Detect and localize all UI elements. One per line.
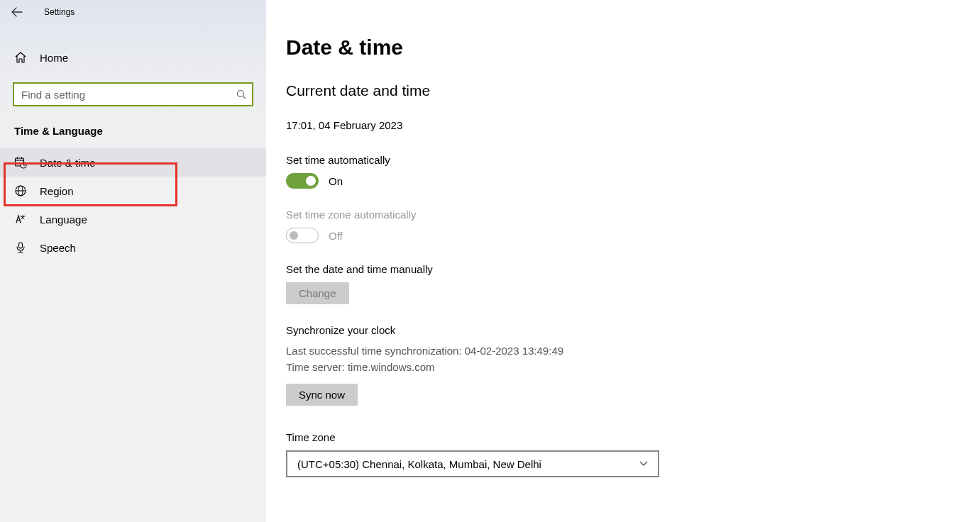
- timezone-select[interactable]: (UTC+05:30) Chennai, Kolkata, Mumbai, Ne…: [286, 450, 659, 477]
- window-title: Settings: [44, 7, 75, 17]
- sidebar-item-label: Speech: [40, 242, 76, 254]
- toggle-set-time-auto[interactable]: [286, 173, 319, 189]
- microphone-icon: [14, 241, 27, 254]
- page-title: Date & time: [286, 35, 960, 60]
- current-datetime: 17:01, 04 February 2023: [286, 119, 960, 131]
- toggle-set-tz-auto: [286, 228, 319, 243]
- toggle-state: On: [329, 175, 343, 187]
- home-label: Home: [40, 52, 68, 64]
- sidebar-item-label: Region: [40, 185, 74, 197]
- main-content: Date & time Current date and time 17:01,…: [266, 0, 980, 522]
- setting-label: Set time zone automatically: [286, 209, 960, 221]
- home-icon: [14, 51, 27, 64]
- sidebar-item-date-time[interactable]: Date & time: [0, 148, 266, 177]
- sidebar-category: Time & Language: [0, 106, 266, 148]
- search-input[interactable]: [13, 82, 253, 106]
- titlebar: Settings: [0, 0, 266, 24]
- setting-set-time-auto: Set time automatically On: [286, 154, 960, 189]
- sidebar-item-speech[interactable]: Speech: [0, 233, 266, 262]
- sidebar-item-language[interactable]: Language: [0, 205, 266, 233]
- setting-label: Set time automatically: [286, 154, 960, 166]
- language-icon: [14, 213, 27, 226]
- svg-rect-10: [19, 243, 23, 248]
- sidebar-item-home[interactable]: Home: [0, 44, 266, 71]
- timezone-label: Time zone: [286, 431, 960, 443]
- change-button: Change: [286, 282, 349, 304]
- sidebar-item-label: Language: [40, 213, 87, 226]
- sync-info: Last successful time synchronization: 04…: [286, 343, 960, 375]
- sync-now-button[interactable]: Sync now: [286, 384, 358, 406]
- calendar-clock-icon: [14, 156, 27, 169]
- sidebar-item-region[interactable]: Region: [0, 177, 266, 205]
- globe-icon: [14, 184, 27, 197]
- sync-title: Synchronize your clock: [286, 324, 960, 336]
- sync-clock-section: Synchronize your clock Last successful t…: [286, 324, 960, 406]
- setting-manual-datetime: Set the date and time manually Change: [286, 263, 960, 304]
- toggle-state: Off: [329, 230, 343, 242]
- chevron-down-icon: [639, 461, 648, 467]
- search-container: [13, 82, 253, 106]
- timezone-section: Time zone (UTC+05:30) Chennai, Kolkata, …: [286, 431, 960, 477]
- setting-label: Set the date and time manually: [286, 263, 960, 275]
- sidebar: Settings Home Time & Language Date & tim…: [0, 0, 266, 522]
- section-current-datetime: Current date and time: [286, 82, 960, 99]
- setting-set-tz-auto: Set time zone automatically Off: [286, 209, 960, 243]
- sync-server: Time server: time.windows.com: [286, 360, 960, 376]
- timezone-value: (UTC+05:30) Chennai, Kolkata, Mumbai, Ne…: [297, 458, 541, 470]
- back-icon[interactable]: [11, 7, 23, 17]
- sync-last: Last successful time synchronization: 04…: [286, 343, 960, 360]
- sidebar-item-label: Date & time: [40, 157, 95, 169]
